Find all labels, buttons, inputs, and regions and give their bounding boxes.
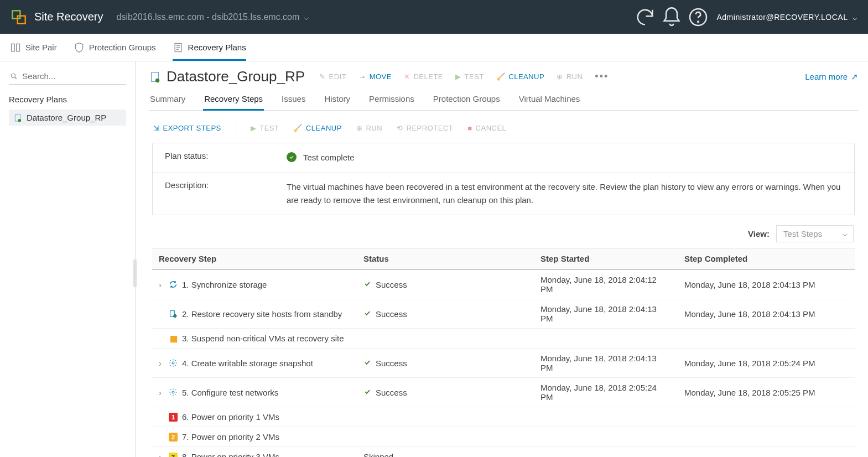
- chevron-down-icon: ⌵: [853, 13, 857, 22]
- cleanup-button-toolbar[interactable]: 🧹CLEANUP: [293, 124, 341, 132]
- plan-status-value: Test complete: [303, 151, 355, 164]
- svg-rect-5: [17, 44, 20, 51]
- tab-site-pair-label: Site Pair: [25, 43, 57, 52]
- external-link-icon: ↗: [851, 72, 858, 82]
- description-label: Description:: [165, 180, 270, 207]
- tab-site-pair[interactable]: Site Pair: [10, 34, 57, 61]
- status-text: Skipped: [363, 452, 393, 457]
- step-started: [534, 427, 678, 447]
- app-logo-icon: [11, 9, 27, 25]
- step-started: Monday, June 18, 2018 2:04:13 PM: [534, 299, 678, 329]
- table-row[interactable]: ›5. Configure test networksSuccessMonday…: [152, 378, 855, 407]
- tab-history[interactable]: History: [323, 89, 351, 111]
- table-row[interactable]: ›1. Synchronize storageSuccessMonday, Ju…: [152, 269, 855, 299]
- step-name: 2. Restore recovery site hosts from stan…: [182, 309, 342, 319]
- tab-protection-groups[interactable]: Protection Groups: [432, 89, 501, 111]
- col-status[interactable]: Status: [357, 248, 534, 270]
- sidebar-resize-handle[interactable]: [133, 259, 137, 287]
- svg-point-13: [18, 119, 21, 122]
- svg-rect-1: [18, 15, 25, 23]
- step-name: 4. Create writable storage snapshot: [182, 359, 313, 368]
- play-icon: ▶: [251, 124, 257, 132]
- step-type-icon: [169, 280, 178, 289]
- more-actions-button[interactable]: •••: [595, 71, 609, 82]
- status-text: Success: [376, 359, 407, 368]
- table-row[interactable]: 2. Restore recovery site hosts from stan…: [152, 299, 855, 329]
- search-input[interactable]: [22, 71, 125, 81]
- sidebar: Recovery Plans Datastore_Group_RP: [0, 61, 136, 457]
- search-input-wrap[interactable]: [9, 68, 126, 85]
- step-type-icon: ▮▮: [169, 334, 178, 343]
- help-icon[interactable]: [687, 6, 709, 28]
- step-started: [534, 447, 678, 458]
- tab-recovery-plans[interactable]: Recovery Plans: [173, 34, 246, 61]
- test-button-toolbar[interactable]: ▶TEST: [251, 124, 279, 132]
- step-name: 7. Power on priority 2 VMs: [182, 432, 279, 442]
- svg-point-10: [11, 74, 15, 77]
- tab-protection-groups[interactable]: Protection Groups: [74, 34, 156, 61]
- step-started: Monday, June 18, 2018 2:04:12 PM: [534, 269, 678, 299]
- export-icon: ⇲: [153, 124, 160, 132]
- learn-more-link[interactable]: Learn more ↗: [805, 72, 858, 82]
- tab-permissions[interactable]: Permissions: [368, 89, 415, 111]
- svg-rect-0: [12, 11, 20, 18]
- user-menu[interactable]: Administrator@RECOVERY.LOCAL ⌵: [717, 13, 857, 22]
- page-title-text: Datastore_Group_RP: [167, 68, 305, 85]
- status-panel: Plan status: Test complete Description: …: [152, 143, 855, 215]
- pencil-icon: ✎: [319, 72, 326, 81]
- title-actions: ✎EDIT →MOVE ✕DELETE ▶TEST 🧹CLEANUP ⊕RUN …: [319, 71, 609, 82]
- col-completed[interactable]: Step Completed: [678, 248, 855, 270]
- chevron-right-icon[interactable]: ›: [159, 359, 164, 368]
- move-button[interactable]: →MOVE: [358, 72, 392, 81]
- svg-point-19: [172, 391, 174, 393]
- play-circle-icon: ⊕: [356, 124, 363, 132]
- chevron-down-icon: ⌵: [304, 12, 309, 22]
- chevron-right-icon[interactable]: ›: [159, 388, 164, 397]
- export-steps-button[interactable]: ⇲EXPORT STEPS: [153, 124, 221, 132]
- table-row[interactable]: ›4. Create writable storage snapshotSucc…: [152, 349, 855, 378]
- svg-point-15: [155, 78, 159, 82]
- tab-recovery-plans-label: Recovery Plans: [188, 43, 246, 52]
- delete-button[interactable]: ✕DELETE: [404, 72, 443, 81]
- cleanup-button[interactable]: 🧹CLEANUP: [496, 72, 544, 81]
- sidebar-item-recovery-plan[interactable]: Datastore_Group_RP: [9, 110, 126, 126]
- tab-virtual-machines[interactable]: Virtual Machines: [518, 89, 581, 111]
- chevron-right-icon[interactable]: ›: [159, 280, 164, 289]
- tab-recovery-steps[interactable]: Recovery Steps: [203, 89, 264, 111]
- table-row[interactable]: 27. Power on priority 2 VMs: [152, 427, 855, 447]
- run-button[interactable]: ⊕RUN: [557, 72, 583, 81]
- site-pair-label: dsib2016.lss.emc.com - dsib2015.lss.emc.…: [117, 12, 300, 22]
- broom-icon: 🧹: [496, 72, 506, 81]
- step-type-icon: 2: [169, 433, 178, 442]
- reprotect-button[interactable]: ⟲REPROTECT: [397, 124, 453, 132]
- tab-summary[interactable]: Summary: [149, 89, 186, 111]
- step-completed: [678, 407, 855, 427]
- test-button[interactable]: ▶TEST: [455, 72, 484, 81]
- recovery-steps-table: Recovery Step Status Step Started Step C…: [152, 248, 855, 457]
- step-completed: Monday, June 18, 2018 2:05:24 PM: [678, 349, 855, 378]
- site-pair-selector[interactable]: dsib2016.lss.emc.com - dsib2015.lss.emc.…: [117, 12, 310, 22]
- arrow-right-icon: →: [358, 72, 366, 81]
- chevron-right-icon[interactable]: ›: [159, 452, 164, 457]
- col-started[interactable]: Step Started: [534, 248, 678, 270]
- edit-button[interactable]: ✎EDIT: [319, 72, 346, 81]
- tab-issues[interactable]: Issues: [280, 89, 306, 111]
- bell-icon[interactable]: [661, 6, 683, 28]
- app-header: Site Recovery dsib2016.lss.emc.com - dsi…: [0, 0, 868, 34]
- col-recovery-step[interactable]: Recovery Step: [152, 248, 357, 270]
- check-circle-icon: [287, 152, 297, 162]
- cancel-button[interactable]: ■CANCEL: [467, 124, 506, 132]
- sidebar-item-label: Datastore_Group_RP: [27, 113, 106, 122]
- svg-point-3: [698, 21, 699, 22]
- content-area: Datastore_Group_RP ✎EDIT →MOVE ✕DELETE ▶…: [136, 61, 868, 457]
- view-select[interactable]: Test Steps: [776, 225, 854, 242]
- step-completed: Monday, June 18, 2018 2:05:25 PM: [678, 378, 855, 407]
- step-type-icon: 1: [169, 413, 178, 422]
- table-row[interactable]: 16. Power on priority 1 VMs: [152, 407, 855, 427]
- refresh-icon[interactable]: [634, 6, 656, 28]
- step-name: 6. Power on priority 1 VMs: [182, 412, 279, 422]
- run-button-toolbar[interactable]: ⊕RUN: [356, 124, 382, 132]
- table-row[interactable]: ▮▮3. Suspend non-critical VMs at recover…: [152, 329, 855, 349]
- table-row[interactable]: ›38. Power on priority 3 VMsSkipped: [152, 447, 855, 458]
- svg-rect-4: [12, 44, 15, 51]
